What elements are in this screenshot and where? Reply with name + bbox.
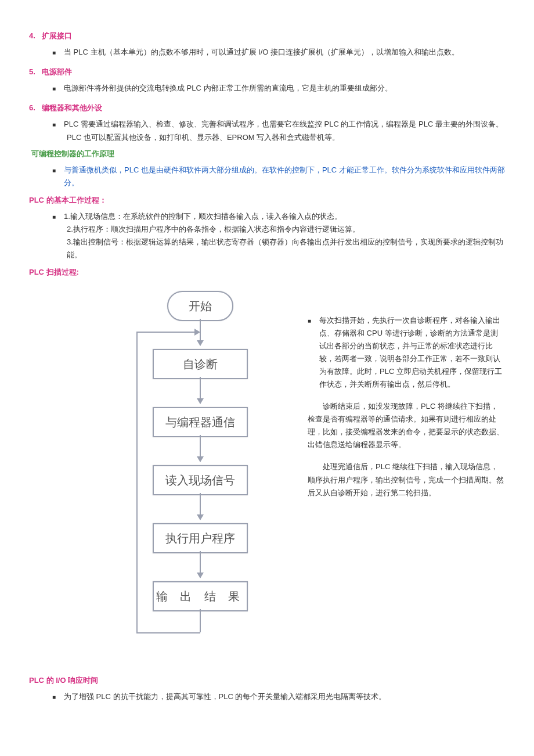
basic-step-1: 1.输入现场信息：在系统软件的控制下，顺次扫描各输入点，读入各输入点的状态。 [29,210,505,223]
loop-line [136,332,194,333]
section-6-header: 6. 编程器和其他外设 [29,102,505,114]
basic-step-1-text: 1.输入现场信息：在系统软件的控制下，顺次扫描各输入点，读入各输入点的状态。 [64,210,505,223]
flow-out: 输 出 结 果 [153,581,248,611]
bullet-icon [52,82,64,95]
loop-line [136,632,200,633]
section-5-title: 电源部件 [42,67,72,76]
bullet-icon [308,314,319,391]
principle-title: 可编程控制器的工作原理 [31,149,114,158]
basic-title: PLC 的基本工作过程： [29,196,107,204]
loop-line [200,609,201,632]
section-4-item: 当 PLC 主机（基本单元）的点数不够用时，可以通过扩展 I/O 接口连接扩展机… [29,46,505,59]
section-5-text: 电源部件将外部提供的交流电转换成 PLC 内部正常工作所需的直流电，它是主机的重… [64,82,505,95]
section-4-text: 当 PLC 主机（基本单元）的点数不够用时，可以通过扩展 I/O 接口连接扩展机… [64,46,505,59]
bullet-icon [52,46,64,59]
section-5-header: 5. 电源部件 [29,66,505,78]
flow-comm: 与编程器通信 [153,407,248,437]
flow-diag: 自诊断 [153,349,248,379]
section-6-text-2: PLC 也可以配置其他设备，如打印机、显示器、EPROM 写入器和盒式磁带机等。 [67,133,340,142]
section-6-num: 6. [29,103,35,112]
io-text: 为了增强 PLC 的抗干扰能力，提高其可靠性，PLC 的每个开关量输入端都采用光… [64,690,505,703]
io-header: PLC 的 I/O 响应时间 [29,674,505,687]
desc-para-2: 诊断结束后，如没发现故障，PLC 将继续往下扫描，检查是否有编程器等的通信请求。… [308,400,505,451]
principle-header: 可编程控制器的工作原理 [29,147,505,160]
desc-para-1: 每次扫描开始，先执行一次自诊断程序，对各输入输出点、存储器和 CPU 等进行诊断… [308,314,505,391]
bullet-icon [52,690,64,703]
desc-para-1-text: 每次扫描开始，先执行一次自诊断程序，对各输入输出点、存储器和 CPU 等进行诊断… [319,314,505,391]
plc-flowchart: 开始 自诊断 与编程器通信 读入现场信号 执行用户程序 输 出 结 果 [110,291,290,663]
section-4-title: 扩展接口 [42,31,72,40]
loop-arrow-icon [194,329,200,336]
loop-line [136,332,138,633]
basic-step-3: 3.输出控制信号：根据逻辑运算的结果，输出状态寄存器（锁存器）向各输出点并行发出… [29,236,505,261]
bullet-icon [52,164,64,189]
section-4-header: 4. 扩展接口 [29,30,505,42]
desc-para-3: 处理完通信后，PLC 继续往下扫描，输入现场信息，顺序执行用户程序，输出控制信号… [308,460,505,499]
flow-exec: 执行用户程序 [153,523,248,553]
flow-start: 开始 [167,291,233,321]
section-6-item-1: PLC 需要通过编程器输入、检查、修改、完善和调试程序，也需要它在线监控 PLC… [29,118,505,131]
flow-arrow [200,551,201,578]
scan-title: PLC 扫描过程: [29,268,79,276]
section-6-item-2: PLC 也可以配置其他设备，如打印机、显示器、EPROM 写入器和盒式磁带机等。 [29,131,505,144]
basic-step-2: 2.执行程序：顺次扫描用户程序中的各条指令，根据输入状态和指令内容进行逻辑运算。 [29,223,505,236]
io-item: 为了增强 PLC 的抗干扰能力，提高其可靠性，PLC 的每个开关量输入端都采用光… [29,690,505,703]
basic-header: PLC 的基本工作过程： [29,194,505,207]
flow-arrow [200,377,201,404]
section-4-num: 4. [29,31,35,40]
scan-header: PLC 扫描过程: [29,266,505,279]
principle-text: 与普通微机类似，PLC 也是由硬件和软件两大部分组成的。在软件的控制下，PLC … [64,164,505,189]
principle-item: 与普通微机类似，PLC 也是由硬件和软件两大部分组成的。在软件的控制下，PLC … [29,164,505,189]
section-6-text-1: PLC 需要通过编程器输入、检查、修改、完善和调试程序，也需要它在线监控 PLC… [64,118,505,131]
bullet-icon [52,210,64,223]
flow-arrow [200,493,201,520]
flow-out-text: 输 出 结 果 [156,586,245,606]
section-5-num: 5. [29,67,35,76]
flow-arrow [200,435,201,462]
io-title: PLC 的 I/O 响应时间 [29,676,98,685]
bullet-icon [52,118,64,131]
section-6-title: 编程器和其他外设 [42,103,102,112]
section-5-item: 电源部件将外部提供的交流电转换成 PLC 内部正常工作所需的直流电，它是主机的重… [29,82,505,95]
flow-read: 读入现场信号 [153,465,248,495]
